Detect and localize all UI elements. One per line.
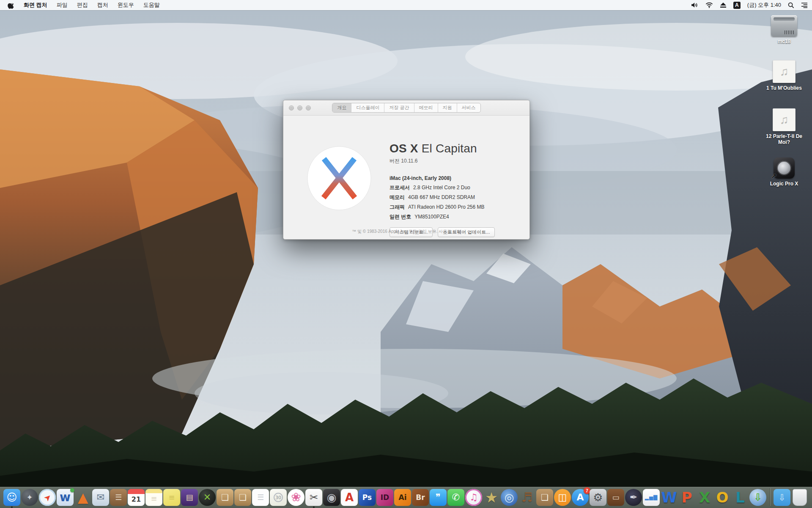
input-source-badge[interactable]: A: [733, 2, 741, 9]
running-indicator: [313, 506, 315, 508]
itunes-dock-icon[interactable]: ♫: [465, 489, 482, 506]
notes-dock-icon[interactable]: ≡: [145, 489, 162, 506]
zoom-button[interactable]: [306, 105, 311, 110]
tab-support[interactable]: 지원: [438, 103, 457, 112]
finder-dock-icon[interactable]: ☺: [3, 489, 20, 506]
imovie-dock-icon[interactable]: ★: [483, 489, 500, 506]
reminders-dock-icon[interactable]: ☰: [252, 489, 269, 506]
wifi-icon[interactable]: [705, 2, 713, 8]
thirty-badge-app-dock-icon[interactable]: 30: [270, 489, 287, 506]
indesign-dock-icon[interactable]: ID: [376, 489, 393, 506]
minimize-button[interactable]: [297, 105, 302, 110]
tab-memory[interactable]: 메모리: [414, 103, 438, 112]
spec-label: 프로세서: [390, 185, 410, 190]
messages-dock-icon[interactable]: ❞: [430, 489, 447, 506]
menu-edit[interactable]: 편집: [72, 0, 93, 10]
notification-center-icon[interactable]: [801, 2, 808, 8]
apple-menu[interactable]: [4, 1, 19, 9]
word-dock-icon[interactable]: W: [661, 489, 678, 506]
toast-titanium-dock-icon[interactable]: ▤: [181, 489, 198, 506]
vlc-dock-icon[interactable]: ▲: [74, 489, 91, 506]
garageband-dock-icon[interactable]: ♬: [518, 489, 535, 506]
audio-icon: ♫: [773, 60, 796, 83]
mac-model: iMac (24-inch, Early 2008): [390, 175, 525, 181]
audio-icon: ♫: [773, 108, 796, 131]
menu-help[interactable]: 도움말: [139, 0, 165, 10]
trash-dock-icon[interactable]: [791, 489, 808, 506]
quark-box-2-dock-icon[interactable]: ❏: [234, 489, 251, 506]
outlook-dock-icon[interactable]: O: [714, 489, 731, 506]
apple-logo-icon: [8, 1, 14, 9]
spec-value: YM85100PZE4: [414, 214, 449, 220]
stickies-dock-icon[interactable]: ≡: [163, 489, 180, 506]
launchpad-dock-icon[interactable]: ✦: [21, 489, 38, 506]
app-store-dock-icon[interactable]: A7: [572, 489, 589, 506]
idvd-dock-icon[interactable]: ◎: [501, 489, 518, 506]
desktop-icon-parle-t-il[interactable]: ♫12 Parle-T-Il De Moi?: [762, 108, 806, 146]
running-indicator: [11, 506, 13, 508]
os-title-strong: OS X: [390, 142, 418, 155]
w-web-app-dock-icon[interactable]: w: [57, 489, 74, 506]
close-button[interactable]: [289, 105, 294, 110]
acrobat-reader-dock-icon[interactable]: A: [341, 489, 358, 506]
spec-value: 4GB 667 MHz DDR2 SDRAM: [408, 194, 475, 200]
globe-downloader-dock-icon[interactable]: ⇩: [749, 489, 766, 506]
window-titlebar[interactable]: 개요디스플레이저장 공간메모리지원서비스: [283, 100, 529, 116]
spec-label: 일련 번호: [390, 214, 411, 220]
downloads-folder-dock-icon[interactable]: ⇩: [774, 489, 790, 506]
menu-capture[interactable]: 캡처: [93, 0, 113, 10]
lync-dock-icon[interactable]: L: [732, 489, 749, 506]
tab-storage[interactable]: 저장 공간: [384, 103, 414, 112]
menu-window[interactable]: 윈도우: [113, 0, 139, 10]
tab-service[interactable]: 서비스: [457, 103, 480, 112]
desktop-icon-mc18[interactable]: mc18: [762, 15, 806, 44]
logic-pro-9-dock-icon[interactable]: ◉: [323, 489, 340, 506]
menubar-menus: 화면 캡처파일편집캡처윈도우도움말: [19, 0, 165, 10]
menubar-clock[interactable]: (금) 오후 1:40: [747, 1, 781, 9]
os-title-light: El Capitan: [418, 142, 477, 155]
desktop-icon-logic-pro-x[interactable]: ↗Logic Pro X: [762, 157, 806, 187]
powerpoint-dock-icon[interactable]: P: [678, 489, 695, 506]
quark-box-1-dock-icon[interactable]: ❏: [217, 489, 233, 506]
spotlight-icon[interactable]: [788, 2, 794, 8]
tab-overview[interactable]: 개요: [332, 103, 351, 112]
photoshop-dock-icon[interactable]: Ps: [359, 489, 376, 506]
calendar-dock-icon[interactable]: 21: [128, 489, 145, 506]
spec-row: 프로세서2.8 GHz Intel Core 2 Duo: [390, 184, 525, 191]
safari-dock-icon[interactable]: ➤: [39, 489, 56, 506]
bridge-dock-icon[interactable]: Br: [412, 489, 429, 506]
excel-dock-icon[interactable]: X: [696, 489, 713, 506]
system-preferences-dock-icon[interactable]: ⚙: [590, 489, 606, 506]
ibooks-dock-icon[interactable]: ◫: [554, 489, 571, 506]
app-logic-icon: ↗: [774, 157, 795, 179]
drive-icon: [771, 15, 797, 36]
desktop-icon-label: Logic Pro X: [770, 181, 798, 187]
desktop-icon-tu-moublies[interactable]: ♫1 Tu M'Oublies: [762, 60, 806, 91]
photos-dock-icon[interactable]: ❀: [288, 489, 304, 506]
spec-row: 일련 번호YM85100PZE4: [390, 213, 525, 221]
screen-capture-dock-icon[interactable]: ✂: [305, 489, 322, 506]
os-version: 버전 10.11.6: [390, 157, 525, 165]
menu-app[interactable]: 화면 캡처: [19, 0, 52, 10]
traffic-lights: [289, 105, 311, 110]
mail-dock-icon[interactable]: ✉: [92, 489, 109, 506]
volume-icon[interactable]: [691, 2, 699, 8]
dock-items: ☺✦➤w▲✉☰21≡≡▤✕❏❏☰30❀✂◉APsIDAiBr❞✆♫★◎♬❏◫A7…: [3, 488, 809, 506]
spec-label: 그래픽: [390, 204, 405, 210]
numbers-09-dock-icon[interactable]: ▂▅▇: [643, 489, 660, 506]
dock-separator: [770, 488, 770, 506]
contacts-dock-icon[interactable]: ☰: [110, 489, 127, 506]
illustrator-dock-icon[interactable]: Ai: [394, 489, 411, 506]
keynote-09-dock-icon[interactable]: ▭: [607, 489, 624, 506]
menu-file[interactable]: 파일: [52, 0, 72, 10]
el-capitan-wallpaper-art: [0, 10, 812, 508]
spec-label: 메모리: [390, 194, 405, 200]
tab-displays[interactable]: 디스플레이: [351, 103, 384, 112]
quarkxpress-dock-icon[interactable]: ✕: [199, 489, 216, 506]
facetime-dock-icon[interactable]: ✆: [447, 489, 464, 506]
desktop-wallpaper: [0, 10, 812, 508]
photo-corkboard-dock-icon[interactable]: ❏: [536, 489, 553, 506]
pages-09-dock-icon[interactable]: ✒: [625, 489, 642, 506]
about-content: OS X El Capitan 버전 10.11.6 iMac (24-inch…: [283, 116, 529, 240]
eject-icon[interactable]: [720, 2, 727, 8]
